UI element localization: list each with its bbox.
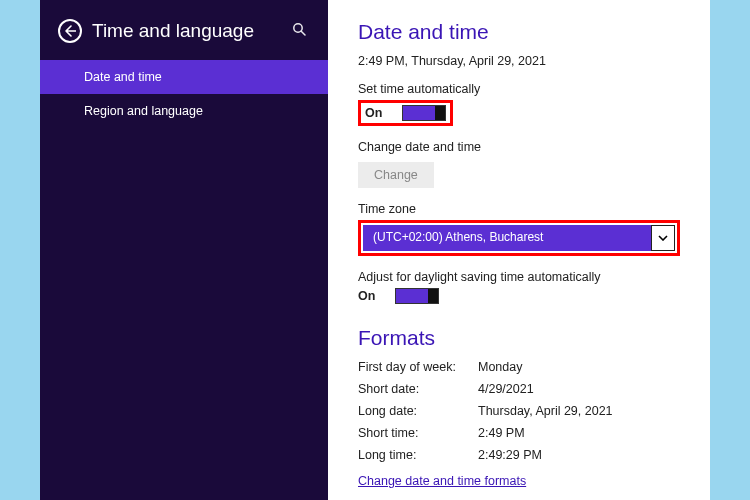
svg-line-1	[301, 31, 305, 35]
first-day-label: First day of week:	[358, 360, 478, 374]
change-date-time-label: Change date and time	[358, 140, 680, 154]
long-time-value: 2:49:29 PM	[478, 448, 680, 462]
settings-window: Time and language Date and time Region a…	[40, 0, 710, 500]
toggle-knob	[428, 289, 438, 303]
change-formats-link[interactable]: Change date and time formats	[358, 474, 526, 488]
change-button[interactable]: Change	[358, 162, 434, 188]
sidebar: Time and language Date and time Region a…	[40, 0, 328, 500]
dst-toggle[interactable]	[395, 288, 439, 304]
timezone-chevron	[651, 225, 675, 251]
timezone-value: (UTC+02:00) Athens, Bucharest	[363, 225, 651, 251]
sidebar-title: Time and language	[92, 20, 288, 42]
long-date-label: Long date:	[358, 404, 478, 418]
sidebar-header: Time and language	[40, 0, 328, 60]
back-button[interactable]	[58, 19, 82, 43]
sidebar-item-date-time[interactable]: Date and time	[40, 60, 328, 94]
timezone-label: Time zone	[358, 202, 680, 216]
first-day-value: Monday	[478, 360, 680, 374]
set-time-auto-state: On	[365, 106, 382, 120]
dst-label: Adjust for daylight saving time automati…	[358, 270, 680, 284]
dst-row: On	[358, 288, 680, 304]
short-date-value: 4/29/2021	[478, 382, 680, 396]
sidebar-item-region-language[interactable]: Region and language	[40, 94, 328, 128]
heading-date-time: Date and time	[358, 20, 680, 44]
search-button[interactable]	[288, 18, 310, 44]
formats-table: First day of week: Monday Short date: 4/…	[358, 360, 680, 462]
short-time-value: 2:49 PM	[478, 426, 680, 440]
set-time-auto-row: On	[365, 105, 446, 121]
dst-state: On	[358, 289, 375, 303]
toggle-knob	[435, 106, 445, 120]
content-pane: Date and time 2:49 PM, Thursday, April 2…	[328, 0, 710, 500]
long-date-value: Thursday, April 29, 2021	[478, 404, 680, 418]
short-time-label: Short time:	[358, 426, 478, 440]
short-date-label: Short date:	[358, 382, 478, 396]
chevron-down-icon	[658, 235, 668, 241]
search-icon	[292, 22, 306, 36]
highlight-set-time-auto: On	[358, 100, 453, 126]
long-time-label: Long time:	[358, 448, 478, 462]
set-time-auto-label: Set time automatically	[358, 82, 680, 96]
highlight-timezone: (UTC+02:00) Athens, Bucharest	[358, 220, 680, 256]
sidebar-item-label: Region and language	[84, 104, 203, 118]
set-time-auto-toggle[interactable]	[402, 105, 446, 121]
sidebar-item-label: Date and time	[84, 70, 162, 84]
heading-formats: Formats	[358, 326, 680, 350]
timezone-select[interactable]: (UTC+02:00) Athens, Bucharest	[363, 225, 675, 251]
current-datetime: 2:49 PM, Thursday, April 29, 2021	[358, 54, 680, 68]
back-arrow-icon	[64, 25, 76, 37]
